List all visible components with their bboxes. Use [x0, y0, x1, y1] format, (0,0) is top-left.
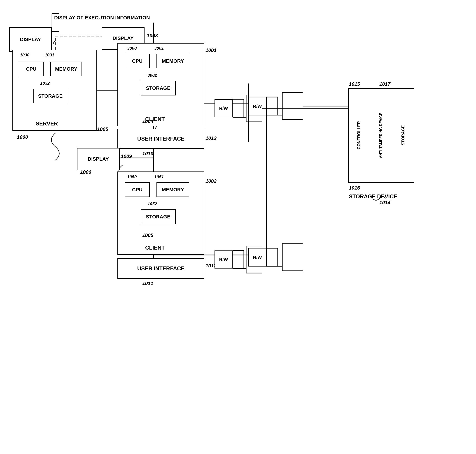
rw-symbol-1: R/W [215, 99, 233, 117]
ref-1005: 1005 [97, 126, 108, 132]
display2-box: DISPLAY [77, 148, 120, 170]
rw-symbol-2: R/W [215, 250, 233, 269]
client1-storage-box: STORAGE [141, 81, 176, 95]
ref-1005b: 1005 [142, 232, 153, 238]
anti-tampering-box: ANTI-TAMPERING DEVICE [369, 89, 392, 182]
user-interface-1-label: USER INTERFACE [137, 136, 184, 142]
ref-1000: 1000 [17, 134, 28, 140]
ref-1017: 1017 [379, 81, 391, 87]
client1-cpu-box: CPU [125, 54, 150, 68]
rw-bracket-2 [230, 246, 264, 278]
ref-1015: 1015 [349, 81, 360, 87]
server-label: SERVER [36, 121, 58, 127]
storage-device-storage-box: STORAGE [392, 89, 414, 182]
ref-1001: 1001 [206, 47, 216, 53]
server-memory-box: MEMORY [50, 62, 82, 76]
client2-storage-box: STORAGE [141, 209, 176, 224]
rw-bracket-1 [230, 95, 264, 126]
ref-1052: 1052 [147, 202, 157, 206]
server-display-label: DISPLAY [20, 37, 41, 42]
ref-1012: 1012 [206, 135, 216, 141]
ref-3000: 3000 [127, 46, 137, 51]
ref-3002: 3002 [147, 73, 157, 78]
ref-1051: 1051 [154, 174, 164, 179]
ref-1009: 1009 [121, 153, 132, 159]
client1-memory-box: MEMORY [156, 54, 189, 68]
ref-1031: 1031 [45, 53, 54, 58]
user-interface-1-box: USER INTERFACE [117, 129, 204, 149]
server-cpu-box: CPU [19, 62, 44, 76]
storage-device-outer-box: CONTROLLER ANTI-TAMPERING DEVICE STORAGE [348, 88, 414, 183]
server-display-box: DISPLAY [9, 27, 52, 52]
ref-1030: 1030 [20, 53, 29, 58]
ref-1011: 1011 [142, 280, 153, 286]
ref-3001: 3001 [154, 46, 164, 51]
user-interface-2-label: USER INTERFACE [137, 265, 184, 272]
server-outer-box: 1030 1031 CPU MEMORY 1032 STORAGE SERVER [12, 50, 97, 131]
ref-1016: 1016 [349, 185, 360, 191]
ref-1002: 1002 [206, 178, 216, 184]
server-storage-box: STORAGE [33, 89, 67, 103]
ref-1008: 1008 [147, 33, 158, 38]
ref-1032: 1032 [40, 81, 50, 86]
client1-outer-box: 3000 3001 CPU MEMORY 3002 STORAGE CLIENT [117, 43, 204, 126]
diagram-container: R/W R/W DISPLAY OF EXECUTION INFORMATION… [0, 0, 476, 454]
ref-1004: 1004 [142, 119, 153, 124]
storage-device-wavy [370, 196, 388, 210]
rw1-to-storage-conn [261, 102, 362, 124]
top-display-label: DISPLAY [112, 35, 133, 41]
client2-label: CLIENT [145, 245, 165, 251]
client2-outer-box: 1050 1051 CPU MEMORY 1052 STORAGE CLIENT [117, 172, 204, 255]
ref-1050: 1050 [127, 174, 137, 179]
client2-cpu-box: CPU [125, 182, 150, 197]
user-interface-2-box: USER INTERFACE [117, 258, 204, 279]
controller-box: CONTROLLER [348, 89, 369, 182]
ref-1010: 1010 [142, 151, 153, 157]
client2-memory-box: MEMORY [156, 182, 189, 197]
rw2-to-storage-conn [261, 102, 272, 264]
